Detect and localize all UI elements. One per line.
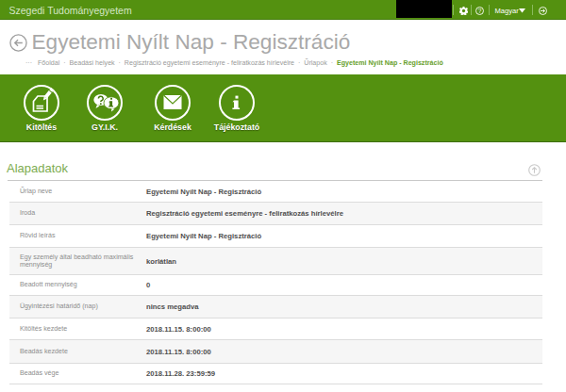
svg-text:?: ?: [478, 8, 482, 14]
